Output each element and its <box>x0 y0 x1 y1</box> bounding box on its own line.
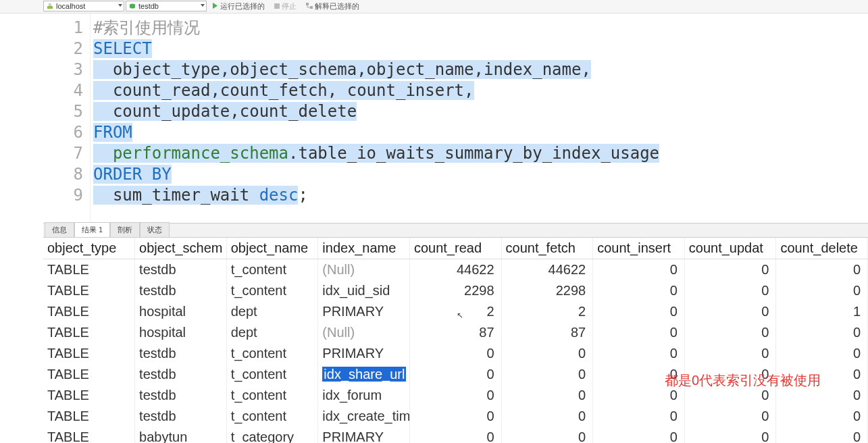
code-line[interactable]: ORDER BY <box>93 164 659 185</box>
table-cell[interactable]: 2298 <box>501 280 593 301</box>
table-cell[interactable]: 44622 <box>409 259 501 280</box>
table-cell[interactable]: 0 <box>501 385 593 406</box>
table-cell[interactable]: 0 <box>684 280 776 301</box>
table-cell[interactable]: hospital <box>135 301 227 322</box>
column-header[interactable]: index_name <box>318 238 410 259</box>
table-cell[interactable]: 0 <box>593 427 685 443</box>
table-cell[interactable]: 2298 <box>409 280 501 301</box>
results-table[interactable]: object_typeobject_schemobject_nameindex_… <box>43 238 868 443</box>
table-cell[interactable]: 0 <box>409 343 501 364</box>
table-cell[interactable]: 0 <box>409 406 501 427</box>
table-cell[interactable]: 1 <box>776 301 868 322</box>
table-cell[interactable]: TABLE <box>43 259 135 280</box>
code-line[interactable]: SELECT <box>93 38 659 59</box>
table-cell[interactable]: 0 <box>593 259 685 280</box>
tab-结果 1[interactable]: 结果 1 <box>74 222 110 237</box>
run-selected-button[interactable]: 运行已选择的 <box>208 1 269 11</box>
table-cell[interactable]: 0 <box>409 427 501 443</box>
table-cell[interactable]: 0 <box>593 301 685 322</box>
table-cell[interactable]: 0 <box>501 343 593 364</box>
column-header[interactable]: count_delete <box>776 238 868 259</box>
table-cell[interactable]: 2 <box>501 301 593 322</box>
table-cell[interactable]: 0 <box>684 343 776 364</box>
table-cell[interactable]: PRIMARY <box>318 343 410 364</box>
table-cell[interactable]: t_content <box>226 280 318 301</box>
table-cell[interactable]: 0 <box>501 364 593 385</box>
code-line[interactable]: count_update,count_delete <box>93 101 659 122</box>
column-header[interactable]: count_updat <box>684 238 776 259</box>
table-cell[interactable]: t_category <box>226 427 318 443</box>
table-cell[interactable]: t_content <box>226 259 318 280</box>
column-header[interactable]: object_type <box>43 238 135 259</box>
table-row[interactable]: TABLEtestdbt_content(Null)4462244622000 <box>43 259 868 280</box>
table-cell[interactable]: TABLE <box>43 322 135 343</box>
table-cell[interactable]: 0 <box>593 343 685 364</box>
table-cell[interactable]: TABLE <box>43 301 135 322</box>
table-cell[interactable]: (Null) <box>318 322 410 343</box>
table-cell[interactable]: 0 <box>776 259 868 280</box>
table-cell[interactable]: 2 <box>409 301 501 322</box>
table-cell[interactable]: 0 <box>776 427 868 443</box>
table-cell[interactable]: TABLE <box>43 427 135 443</box>
column-header[interactable]: count_read <box>409 238 501 259</box>
table-cell[interactable]: testdb <box>135 385 227 406</box>
table-cell[interactable]: t_content <box>226 343 318 364</box>
table-cell[interactable]: 0 <box>593 406 685 427</box>
table-cell[interactable]: 0 <box>593 322 685 343</box>
table-row[interactable]: TABLEtestdbt_contentidx_uid_sid229822980… <box>43 280 868 301</box>
table-cell[interactable]: 0 <box>776 322 868 343</box>
table-row[interactable]: TABLEhospitaldeptPRIMARY22001 <box>43 301 868 322</box>
table-cell[interactable]: hospital <box>135 322 227 343</box>
tab-信息[interactable]: 信息 <box>45 222 74 237</box>
table-row[interactable]: TABLEbabytunt_categoryPRIMARY00000 <box>43 427 868 443</box>
table-cell[interactable]: 0 <box>409 364 501 385</box>
table-cell[interactable]: idx_create_tim <box>318 406 410 427</box>
table-cell[interactable]: 0 <box>776 280 868 301</box>
table-row[interactable]: TABLEtestdbt_contentidx_create_tim00000 <box>43 406 868 427</box>
table-row[interactable]: TABLEtestdbt_contentPRIMARY00000 <box>43 343 868 364</box>
table-cell[interactable]: testdb <box>135 280 227 301</box>
table-cell[interactable]: 0 <box>684 301 776 322</box>
table-cell[interactable]: 0 <box>684 322 776 343</box>
table-cell[interactable]: idx_uid_sid <box>318 280 410 301</box>
table-cell[interactable]: idx_share_url <box>318 364 410 385</box>
table-cell[interactable]: 0 <box>684 427 776 443</box>
table-cell[interactable]: testdb <box>135 364 227 385</box>
table-cell[interactable]: testdb <box>135 406 227 427</box>
table-cell[interactable]: TABLE <box>43 343 135 364</box>
table-cell[interactable]: t_content <box>226 364 318 385</box>
table-cell[interactable]: 44622 <box>501 259 593 280</box>
code-line[interactable]: performance_schema.table_io_waits_summar… <box>93 143 659 164</box>
table-cell[interactable]: 0 <box>776 343 868 364</box>
stop-button[interactable]: 停止 <box>270 1 301 11</box>
database-dropdown[interactable]: testdb <box>126 1 207 11</box>
column-header[interactable]: count_fetch <box>501 238 593 259</box>
table-cell[interactable]: 0 <box>684 259 776 280</box>
code-line[interactable]: sum_timer_wait desc; <box>93 185 659 206</box>
code-line[interactable]: object_type,object_schema,object_name,in… <box>93 59 659 80</box>
table-cell[interactable]: 0 <box>593 280 685 301</box>
table-cell[interactable]: 0 <box>409 385 501 406</box>
explain-selected-button[interactable]: 解释已选择的 <box>302 1 363 11</box>
table-cell[interactable]: idx_forum <box>318 385 410 406</box>
table-cell[interactable]: dept <box>226 322 318 343</box>
table-cell[interactable]: TABLE <box>43 280 135 301</box>
table-cell[interactable]: t_content <box>226 406 318 427</box>
column-header[interactable]: object_schem <box>135 238 227 259</box>
table-cell[interactable]: 87 <box>501 322 593 343</box>
table-cell[interactable]: (Null) <box>318 259 410 280</box>
table-cell[interactable]: PRIMARY <box>318 301 410 322</box>
code-line[interactable]: count_read,count_fetch, count_insert, <box>93 80 659 101</box>
table-cell[interactable]: 0 <box>501 427 593 443</box>
results-grid[interactable]: object_typeobject_schemobject_nameindex_… <box>43 238 868 443</box>
table-cell[interactable]: babytun <box>135 427 227 443</box>
table-cell[interactable]: PRIMARY <box>318 427 410 443</box>
code-content[interactable]: #索引使用情况SELECT object_type,object_schema,… <box>91 14 659 223</box>
table-row[interactable]: TABLEhospitaldept(Null)8787000 <box>43 322 868 343</box>
table-cell[interactable]: testdb <box>135 259 227 280</box>
code-line[interactable]: FROM <box>93 122 659 143</box>
column-header[interactable]: count_insert <box>593 238 685 259</box>
table-cell[interactable]: 0 <box>776 406 868 427</box>
tab-剖析[interactable]: 剖析 <box>110 222 140 237</box>
code-line[interactable]: #索引使用情况 <box>93 18 659 38</box>
